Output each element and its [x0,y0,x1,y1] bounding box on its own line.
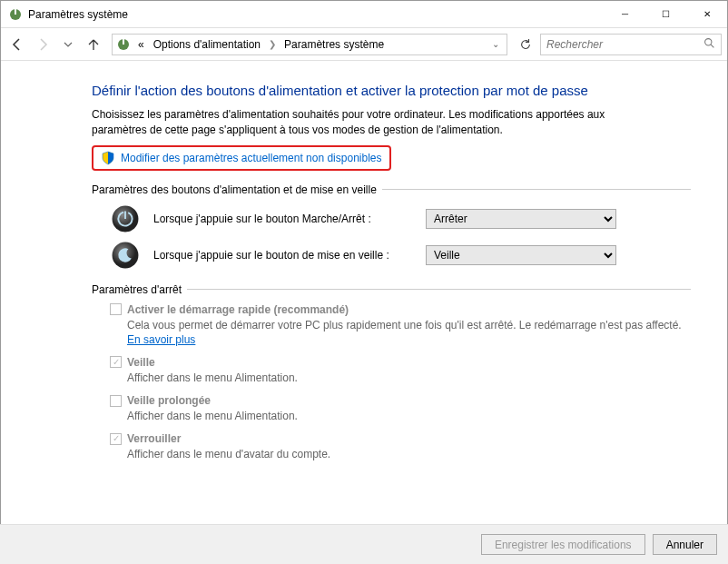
svg-rect-3 [123,39,124,45]
address-dropdown[interactable]: ⌄ [488,39,503,49]
lock-label: Verrouiller [127,432,181,445]
power-button-label: Lorsque j'appuie sur le bouton Marche/Ar… [153,213,426,225]
search-icon[interactable] [703,37,715,52]
shutdown-section: Paramètres d'arrêt Activer le démarrage … [92,283,691,462]
maximize-button[interactable]: ☐ [645,1,686,27]
fastboot-desc: Cela vous permet de démarrer votre PC pl… [127,318,691,347]
svg-point-4 [705,38,712,45]
breadcrumb-prefix[interactable]: « [134,36,148,53]
refresh-button[interactable] [515,34,536,55]
close-button[interactable]: ✕ [686,1,727,27]
cancel-button[interactable]: Annuler [653,534,717,555]
lock-item: ✓ Verrouiller Afficher dans le menu d'av… [110,432,691,461]
power-buttons-legend: Paramètres des boutons d'alimentation et… [92,183,691,196]
up-button[interactable] [83,34,104,55]
footer: Enregistrer les modifications Annuler [0,524,728,564]
admin-link-text: Modifier des paramètres actuellement non… [121,152,382,164]
fastboot-label: Activer le démarrage rapide (recommandé) [127,303,349,316]
sleep-label: Veille [127,356,155,369]
titlebar: Paramètres système ─ ☐ ✕ [1,1,727,28]
save-button: Enregistrer les modifications [481,534,645,555]
search-box[interactable] [540,34,722,55]
fastboot-checkbox [110,303,122,315]
sleep-icon [110,240,141,271]
recent-dropdown[interactable] [57,34,79,55]
app-icon [8,7,23,22]
svg-rect-1 [15,9,16,15]
sleep-button-select[interactable]: Veille [426,245,616,265]
page-heading: Définir l'action des boutons d'alimentat… [92,83,691,98]
minimize-button[interactable]: ─ [605,1,645,27]
sleep-item: ✓ Veille Afficher dans le menu Alimentat… [110,356,691,385]
hibernate-item: Veille prolongée Afficher dans le menu A… [110,394,691,423]
breadcrumb-icon [116,37,131,52]
forward-button [32,34,54,55]
hibernate-checkbox [110,395,122,407]
breadcrumb-item-1[interactable]: Paramètres système [280,36,388,53]
search-input[interactable] [546,38,703,51]
fastboot-learnmore-link[interactable]: En savoir plus [127,333,195,346]
shutdown-legend: Paramètres d'arrêt [92,283,691,296]
chevron-right-icon: ❯ [266,39,279,49]
fastboot-item: Activer le démarrage rapide (recommandé)… [110,303,691,347]
shield-icon [101,151,115,165]
power-icon [110,203,141,234]
lock-checkbox: ✓ [110,433,122,445]
hibernate-desc: Afficher dans le menu Alimentation. [127,409,691,423]
window-title: Paramètres système [28,8,605,21]
main-content: Définir l'action des boutons d'alimentat… [1,61,727,524]
admin-privilege-link[interactable]: Modifier des paramètres actuellement non… [92,145,391,171]
sleep-checkbox: ✓ [110,356,122,368]
sleep-button-label: Lorsque j'appuie sur le bouton de mise e… [153,249,426,262]
sleep-desc: Afficher dans le menu Alimentation. [127,371,691,385]
back-button[interactable] [6,34,28,55]
breadcrumb-item-0[interactable]: Options d'alimentation [150,36,264,53]
lock-desc: Afficher dans le menu d'avatar du compte… [127,447,691,461]
nav-toolbar: « Options d'alimentation ❯ Paramètres sy… [1,28,727,61]
power-buttons-section: Paramètres des boutons d'alimentation et… [92,183,691,271]
address-bar[interactable]: « Options d'alimentation ❯ Paramètres sy… [112,34,507,55]
page-description: Choisissez les paramètres d'alimentation… [92,107,654,138]
power-button-select[interactable]: Arrêter [426,209,616,229]
power-button-row: Lorsque j'appuie sur le bouton Marche/Ar… [110,203,691,234]
sleep-button-row: Lorsque j'appuie sur le bouton de mise e… [110,240,691,271]
svg-line-5 [711,45,713,47]
hibernate-label: Veille prolongée [127,394,211,407]
